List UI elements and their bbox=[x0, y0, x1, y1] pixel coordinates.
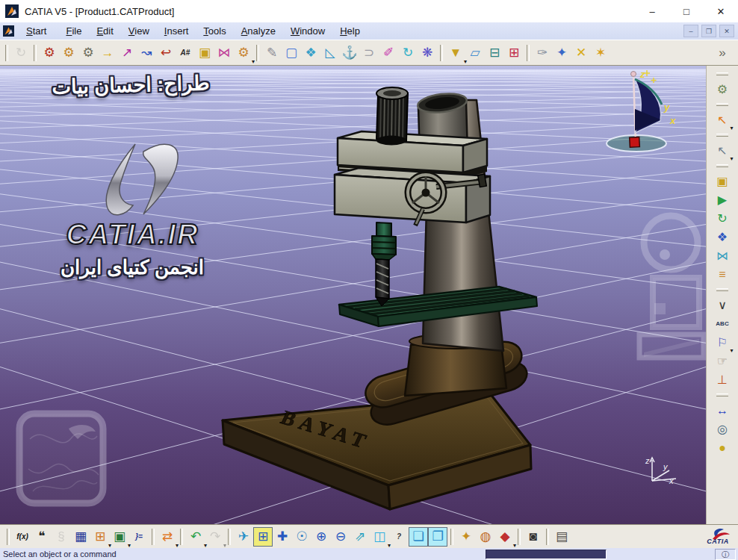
new-component-icon[interactable]: ⚙ bbox=[40, 43, 59, 63]
undo-icon[interactable]: ↶▾ bbox=[186, 527, 205, 547]
fly-mode-icon[interactable]: ✈ bbox=[234, 527, 253, 547]
maximize-button[interactable]: □ bbox=[669, 0, 704, 22]
weld-feature-icon-glyph: ∨ bbox=[718, 299, 727, 311]
zoom-out-icon[interactable]: ⊖ bbox=[331, 527, 350, 547]
menu-item-view[interactable]: View bbox=[121, 24, 157, 38]
enhanced-scene-icon[interactable]: ▢ bbox=[282, 43, 301, 63]
new-product-icon[interactable]: ⚙ bbox=[78, 43, 98, 63]
weld-feature-icon[interactable]: ∨ bbox=[713, 296, 733, 314]
design-table-icon[interactable]: ⊞▾ bbox=[90, 527, 110, 547]
toolbar-grip[interactable] bbox=[716, 164, 728, 167]
assembly-features-icon[interactable]: ❖ bbox=[301, 43, 320, 63]
menu-item-file[interactable]: File bbox=[58, 24, 89, 38]
open-component-icon[interactable]: ▣ bbox=[713, 172, 733, 190]
whats-this-icon[interactable]: ? bbox=[389, 527, 409, 547]
change-constraint-icon[interactable]: ❋ bbox=[418, 43, 437, 63]
menu-item-insert[interactable]: Insert bbox=[157, 24, 196, 38]
menu-item-window[interactable]: Window bbox=[283, 24, 332, 38]
menu-item-start[interactable]: Start bbox=[19, 24, 54, 38]
manage-representations-icon[interactable]: ⋈ bbox=[214, 43, 234, 63]
pan-icon[interactable]: ✚ bbox=[273, 527, 292, 547]
selective-load-icon[interactable]: ▣ bbox=[195, 43, 214, 63]
zoom-in-icon[interactable]: ⊕ bbox=[311, 527, 331, 547]
manipulation-icon[interactable]: ▼▾ bbox=[446, 43, 465, 63]
generate-numbering-icon[interactable]: A# bbox=[176, 43, 195, 63]
toolbar-grip[interactable] bbox=[716, 134, 728, 137]
selection-filter-icon[interactable]: ↖▾ bbox=[713, 141, 733, 160]
minimize-button[interactable]: – bbox=[635, 0, 669, 22]
knowledge-table-icon[interactable]: ▦ bbox=[71, 527, 90, 547]
clash-pen-icon[interactable]: ✎ bbox=[262, 43, 282, 63]
menu-item-edit[interactable]: Edit bbox=[89, 24, 120, 38]
hide-show-icon[interactable]: ❏ bbox=[409, 527, 428, 547]
command-field[interactable] bbox=[486, 550, 607, 559]
measure-inertia-icon[interactable]: ● bbox=[713, 438, 733, 457]
normal-view-icon[interactable]: ⇗ bbox=[350, 527, 370, 547]
toolbar-grip[interactable] bbox=[716, 103, 728, 106]
toolbar-grip[interactable] bbox=[716, 288, 728, 291]
select-icon[interactable]: ↖▾ bbox=[713, 111, 733, 129]
menu-item-help[interactable]: Help bbox=[332, 24, 368, 38]
graph-tree-reordering-icon[interactable]: ↩ bbox=[156, 43, 176, 63]
tree-structure-icon[interactable]: ⊟ bbox=[485, 43, 504, 63]
multi-instantiation-icon[interactable]: ⚙▾ bbox=[234, 43, 253, 63]
menu-item-tools[interactable]: Tools bbox=[196, 24, 233, 38]
flag-note-icon[interactable]: ⚐▾ bbox=[713, 333, 733, 352]
power-gears-icon[interactable]: ⚙ bbox=[713, 80, 733, 99]
mdi-close-button[interactable]: ✕ bbox=[719, 25, 734, 37]
formula-icon[interactable]: f(x) bbox=[13, 527, 32, 547]
undo-icon-glyph: ↶ bbox=[190, 530, 201, 543]
comment-icon-glyph: ❝ bbox=[38, 530, 45, 543]
stop-manipulation-icon[interactable]: ✶ bbox=[591, 43, 610, 63]
hand-grab-icon[interactable]: ☞ bbox=[713, 352, 733, 370]
snap-component-icon-glyph: ⋈ bbox=[716, 250, 728, 262]
toolbar-grip[interactable] bbox=[716, 72, 728, 75]
existing-component-icon[interactable]: → bbox=[98, 43, 117, 63]
angle-constraint-icon[interactable]: ◺ bbox=[320, 43, 340, 63]
menu-item-analyze[interactable]: Analyze bbox=[234, 24, 283, 38]
constraints-palette-icon[interactable]: ⇄▾ bbox=[158, 527, 177, 547]
mdi-minimize-button[interactable]: – bbox=[683, 25, 698, 37]
shading-mode-icon[interactable]: ✦ bbox=[456, 527, 476, 547]
iso-view-icon[interactable]: ◫▾ bbox=[370, 527, 389, 547]
flexible-assembly-icon[interactable]: ↻ bbox=[398, 43, 418, 63]
fit-all-in-icon[interactable]: ⊞ bbox=[253, 527, 273, 547]
close-button[interactable]: ✕ bbox=[704, 0, 738, 22]
export-component-icon[interactable]: ▶ bbox=[713, 190, 733, 209]
snap-tool-icon[interactable]: ✑ bbox=[533, 43, 552, 63]
stamp-icon[interactable]: ⊥ bbox=[713, 370, 733, 389]
sectioning-icon[interactable]: ▱ bbox=[465, 43, 485, 63]
info-icon[interactable]: ⓘ bbox=[715, 549, 736, 560]
lock-icon[interactable]: ▣▾ bbox=[110, 527, 129, 547]
fix-component-icon[interactable]: ⚓ bbox=[340, 43, 359, 63]
mdi-restore-button[interactable]: ❐ bbox=[701, 25, 716, 37]
new-part-icon-glyph: ⚙ bbox=[63, 46, 74, 59]
more-tools-chevron[interactable]: » bbox=[713, 43, 732, 63]
replace-component-icon[interactable]: ↝ bbox=[137, 43, 156, 63]
move-component-icon[interactable]: ❖ bbox=[713, 228, 733, 246]
measure-item-icon[interactable]: ◎ bbox=[713, 420, 733, 438]
snap-component-icon[interactable]: ⋈ bbox=[713, 246, 733, 265]
quick-constraint-icon[interactable]: ✐ bbox=[379, 43, 398, 63]
existing-component-link-icon[interactable]: ↗ bbox=[117, 43, 137, 63]
tree-structure-red-icon[interactable]: ⊞ bbox=[504, 43, 524, 63]
sync-component-icon[interactable]: ↻ bbox=[713, 209, 733, 228]
graphic-properties-icon[interactable]: ◆▾ bbox=[495, 527, 515, 547]
visible-space-icon[interactable]: ❐ bbox=[428, 527, 447, 547]
reorder-list-icon[interactable]: ≡ bbox=[713, 265, 733, 284]
new-part-icon[interactable]: ⚙ bbox=[59, 43, 78, 63]
apply-material-icon[interactable]: ◍ bbox=[476, 527, 495, 547]
equivalent-dimensions-icon[interactable]: }= bbox=[129, 527, 149, 547]
explode-icon[interactable]: ✕ bbox=[571, 43, 591, 63]
viewport-3d[interactable]: BAYAT bbox=[0, 66, 706, 524]
comment-icon[interactable]: ❝ bbox=[32, 527, 52, 547]
camera-capture-icon[interactable]: ◙ bbox=[524, 527, 543, 547]
measure-between-icon[interactable]: ↔ bbox=[713, 401, 733, 420]
text-annotation-icon[interactable]: ABC bbox=[713, 314, 733, 333]
toolbar-grip[interactable] bbox=[716, 393, 728, 396]
rotate-icon[interactable]: ☉ bbox=[292, 527, 311, 547]
key-icon: § bbox=[52, 527, 71, 547]
coincidence-constraint-icon[interactable]: ⊃ bbox=[359, 43, 379, 63]
printer-icon[interactable]: ▤ bbox=[552, 527, 571, 547]
smart-move-icon[interactable]: ✦ bbox=[552, 43, 571, 63]
